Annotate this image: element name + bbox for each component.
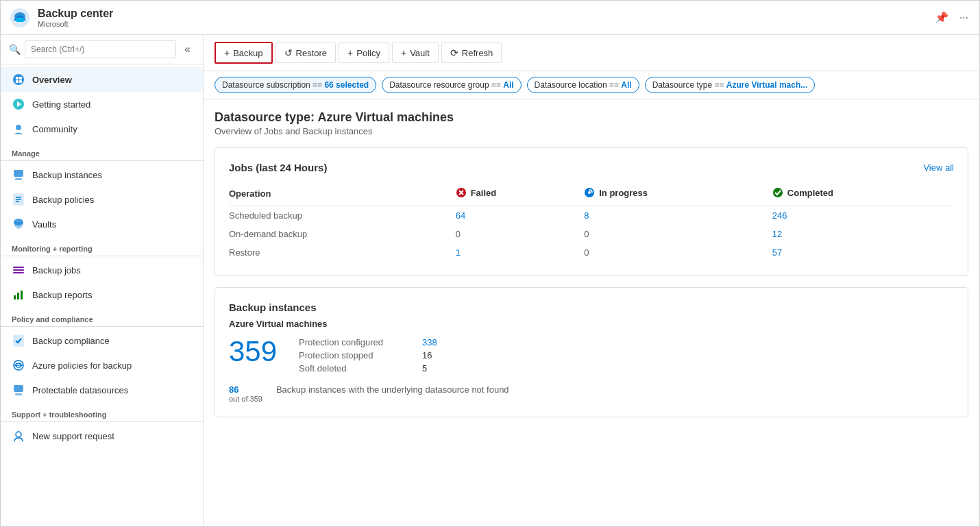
toolbar: + Backup ↺ Restore + Policy + Vault ⟳ bbox=[204, 35, 979, 71]
svg-rect-18 bbox=[13, 267, 24, 268]
header-actions: 📌 ··· bbox=[932, 8, 971, 27]
inprogress-cell-1: 0 bbox=[584, 225, 772, 243]
instances-total-count: 359 bbox=[229, 337, 277, 366]
jobs-card-header: Jobs (last 24 Hours) View all bbox=[229, 162, 954, 173]
sidebar-item-label-backup-policies: Backup policies bbox=[32, 195, 94, 205]
label-protection-stopped: Protection stopped bbox=[299, 350, 408, 360]
filter-resource-group[interactable]: Datasource resource group == All bbox=[382, 77, 521, 93]
vault-button-label: Vault bbox=[410, 48, 430, 58]
operation-cell: Scheduled backup bbox=[229, 206, 456, 225]
sidebar-item-getting-started[interactable]: Getting started bbox=[1, 92, 203, 117]
operation-cell: On-demand backup bbox=[229, 225, 456, 243]
policy-plus-icon: + bbox=[347, 47, 353, 58]
azure-policies-icon bbox=[12, 358, 25, 372]
completed-link-restore[interactable]: 57 bbox=[772, 247, 782, 258]
sidebar-item-backup-reports[interactable]: Backup reports bbox=[1, 282, 203, 307]
table-row: On-demand backup 0 0 12 bbox=[229, 225, 954, 243]
collapse-sidebar-button[interactable]: « bbox=[180, 42, 195, 57]
completed-cell-1: 12 bbox=[772, 225, 954, 243]
jobs-card: Jobs (last 24 Hours) View all Operation bbox=[215, 147, 968, 276]
instances-footer-count[interactable]: 86 bbox=[229, 384, 238, 395]
instances-card-title: Backup instances bbox=[229, 302, 954, 313]
filter-type[interactable]: Datasource type == Azure Virtual mach... bbox=[645, 77, 816, 93]
value-protection-configured[interactable]: 338 bbox=[422, 337, 437, 347]
jobs-table: Operation Failed bbox=[229, 184, 954, 262]
restore-button[interactable]: ↺ Restore bbox=[275, 42, 336, 63]
svg-rect-24 bbox=[14, 335, 23, 346]
filter-location-label: Datasource location == All bbox=[535, 80, 632, 90]
support-request-icon bbox=[12, 429, 25, 443]
sidebar-item-azure-policies[interactable]: Azure policies for backup bbox=[1, 353, 203, 378]
failed-cell-0: 64 bbox=[456, 206, 585, 225]
svg-rect-6 bbox=[16, 80, 19, 83]
failed-cell-1: 0 bbox=[456, 225, 585, 243]
col-completed: Completed bbox=[772, 184, 954, 206]
overview-icon bbox=[12, 73, 25, 86]
view-all-link[interactable]: View all bbox=[923, 162, 954, 173]
vault-plus-icon: + bbox=[401, 47, 406, 58]
sidebar-item-backup-jobs[interactable]: Backup jobs bbox=[1, 258, 203, 282]
backup-policies-icon bbox=[12, 193, 25, 206]
col-failed: Failed bbox=[456, 184, 585, 206]
sidebar-item-label-community: Community bbox=[32, 124, 77, 134]
instances-card-subtitle: Azure Virtual machines bbox=[229, 319, 954, 329]
sidebar-item-community[interactable]: Community bbox=[1, 117, 203, 141]
protectable-datasources-icon bbox=[12, 383, 25, 397]
sidebar-item-overview[interactable]: Overview bbox=[1, 67, 203, 92]
filter-location[interactable]: Datasource location == All bbox=[527, 77, 639, 93]
vault-button[interactable]: + Vault bbox=[392, 42, 439, 63]
svg-rect-20 bbox=[13, 272, 24, 273]
instances-footer-count-group: 86 out of 359 bbox=[229, 384, 262, 403]
sidebar-item-label-protectable-datasources: Protectable datasources bbox=[32, 385, 128, 395]
completed-link-ondemand[interactable]: 12 bbox=[772, 229, 782, 239]
completed-link-scheduled[interactable]: 246 bbox=[772, 210, 787, 221]
label-protection-configured: Protection configured bbox=[299, 337, 408, 347]
detail-row-protection-stopped: Protection stopped 16 bbox=[299, 350, 437, 360]
value-protection-stopped: 16 bbox=[422, 350, 432, 360]
sidebar: 🔍 « Overview Getting started bbox=[1, 35, 204, 526]
search-icon: 🔍 bbox=[9, 44, 21, 55]
more-button[interactable]: ··· bbox=[957, 9, 971, 27]
sidebar-item-backup-compliance[interactable]: Backup compliance bbox=[1, 328, 203, 353]
svg-rect-11 bbox=[14, 170, 23, 177]
filter-type-label: Datasource type == Azure Virtual mach... bbox=[652, 80, 808, 90]
inprogress-cell-0: 8 bbox=[584, 206, 772, 225]
table-row: Scheduled backup 64 8 246 bbox=[229, 206, 954, 225]
vaults-icon bbox=[12, 217, 25, 231]
sidebar-item-label-support-request: New support request bbox=[32, 431, 114, 441]
svg-rect-5 bbox=[19, 77, 22, 79]
inprogress-cell-2: 0 bbox=[584, 243, 772, 262]
filter-subscription-label: Datasource subscription == 66 selected bbox=[222, 80, 369, 90]
sidebar-item-backup-policies[interactable]: Backup policies bbox=[1, 187, 203, 212]
content-body: Datasource type: Azure Virtual machines … bbox=[204, 99, 979, 526]
backup-button[interactable]: + Backup bbox=[215, 42, 273, 64]
policy-button[interactable]: + Policy bbox=[339, 42, 389, 63]
inprogress-link-scheduled[interactable]: 8 bbox=[584, 210, 589, 221]
app-icon bbox=[9, 7, 31, 29]
refresh-button[interactable]: ⟳ Refresh bbox=[441, 42, 502, 63]
svg-rect-23 bbox=[21, 291, 23, 299]
failed-link-restore[interactable]: 1 bbox=[456, 247, 461, 258]
inprogress-status-icon bbox=[584, 187, 595, 198]
sidebar-item-protectable-datasources[interactable]: Protectable datasources bbox=[1, 378, 203, 402]
sidebar-item-backup-instances[interactable]: Backup instances bbox=[1, 162, 203, 187]
search-input[interactable] bbox=[25, 40, 176, 58]
sidebar-nav: Overview Getting started Community bbox=[1, 64, 203, 451]
policy-button-label: Policy bbox=[356, 48, 380, 58]
pin-button[interactable]: 📌 bbox=[932, 8, 951, 27]
getting-started-icon bbox=[12, 97, 25, 111]
sidebar-item-label-backup-compliance: Backup compliance bbox=[32, 336, 110, 346]
backup-jobs-icon bbox=[12, 263, 25, 277]
sidebar-item-support-request[interactable]: New support request bbox=[1, 424, 203, 448]
sidebar-item-label-backup-instances: Backup instances bbox=[32, 170, 102, 180]
instances-footer-sublabel: out of 359 bbox=[229, 395, 262, 403]
svg-rect-19 bbox=[13, 269, 24, 271]
failed-link-scheduled[interactable]: 64 bbox=[456, 210, 465, 221]
svg-point-29 bbox=[16, 432, 21, 437]
sidebar-item-label-azure-policies: Azure policies for backup bbox=[32, 360, 132, 371]
page-title: Datasource type: Azure Virtual machines bbox=[215, 110, 968, 125]
svg-rect-22 bbox=[17, 293, 19, 299]
detail-row-protection-configured: Protection configured 338 bbox=[299, 337, 437, 347]
filter-subscription[interactable]: Datasource subscription == 66 selected bbox=[215, 77, 376, 93]
sidebar-item-vaults[interactable]: Vaults bbox=[1, 212, 203, 236]
